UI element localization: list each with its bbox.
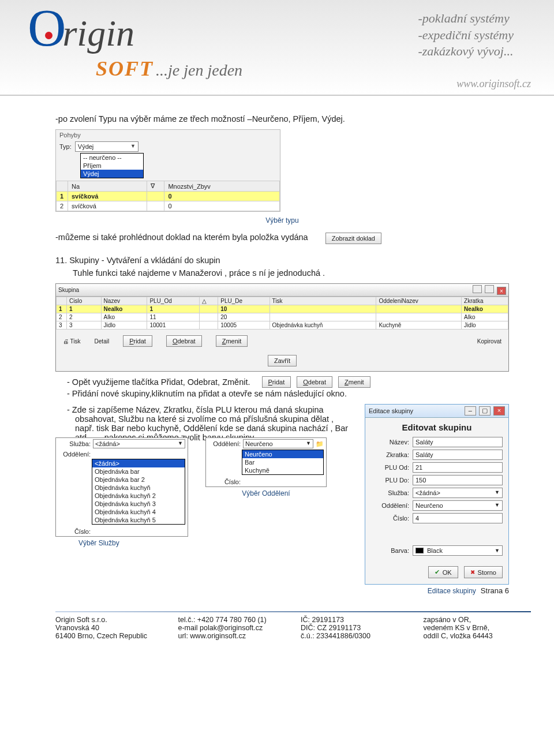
barva-select[interactable]: Black ▼ <box>413 545 503 556</box>
close-icon[interactable]: × <box>497 287 506 295</box>
taglines: -pokladní systémy -expediční systémy -za… <box>418 10 514 60</box>
oddeleni-select[interactable]: Neurčeno▼ <box>413 500 503 511</box>
typ-dropdown-list[interactable]: -- neurčeno -- Příjem Výdej <box>80 153 144 178</box>
cell-qty: 0 <box>164 201 280 211</box>
oddeleni-combobox[interactable]: Neurčeno▼ <box>243 439 313 448</box>
storno-button[interactable]: Storno <box>464 566 503 578</box>
zmenit-button[interactable]: Zmenit <box>216 335 248 347</box>
logo: O rigin <box>28 7 134 55</box>
pluod-field[interactable]: 21 <box>413 462 503 473</box>
color-swatch-icon <box>415 548 424 553</box>
typ-opt-1[interactable]: Příjem <box>81 162 143 170</box>
typ-combobox[interactable]: Výdej ▼ <box>75 141 138 152</box>
list-item[interactable]: Objednávka bar 2 <box>92 476 185 484</box>
ok-button[interactable]: OK <box>428 566 458 578</box>
sluzba-option-list[interactable]: <žádná> Objednávka bar Objednávka bar 2 … <box>92 459 185 525</box>
pridat-button[interactable]: Pridat <box>123 335 152 347</box>
detail-button[interactable]: Detail <box>95 338 110 345</box>
odebrat-button[interactable]: Odebrat <box>166 335 202 347</box>
typ-opt-0[interactable]: -- neurčeno -- <box>81 154 143 162</box>
typ-value: Výdej <box>78 143 94 150</box>
cislo-field[interactable]: 4 <box>413 513 503 523</box>
typ-label: Typ: <box>59 143 72 150</box>
list-item[interactable]: Objednávka bar <box>92 467 185 476</box>
sluzba-select[interactable]: <žádná>▼ <box>413 488 503 498</box>
table-row[interactable]: 2 svíčková 0 <box>57 201 280 211</box>
nazev-label: Název: <box>371 439 409 446</box>
typ-opt-2[interactable]: Výdej <box>81 170 143 178</box>
pohyby-table: Na ∇ Mnozstvi_Zbyv 1 svíčková 0 2 svíčko… <box>56 181 280 211</box>
chevron-down-icon: ▼ <box>495 502 500 509</box>
tisk-button[interactable]: Tisk <box>70 338 81 345</box>
bullet-2: Přidání nové skupiny,kliknutím na přidat… <box>75 389 509 398</box>
oddeleni-option-list[interactable]: Neurčeno Bar Kuchyně <box>242 450 324 475</box>
logo-sub: SOFT ...je jen jeden <box>96 57 242 81</box>
skupina-table: Cislo Nazev PLU_Od △ PLU_De Tisk Oddelen… <box>56 297 508 330</box>
col-nazev: Nazev <box>101 297 147 305</box>
dialog-title: Editace skupiny <box>369 407 413 414</box>
zkratka-field[interactable]: Saláty <box>413 450 503 460</box>
footer-or2: vedeném KS v Brně, <box>424 624 531 632</box>
kopirovat-button[interactable]: Kopirovat <box>477 338 501 345</box>
maximize-icon[interactable]: ▢ <box>479 406 491 416</box>
list-item[interactable]: Bar <box>242 458 323 466</box>
pridat-button-inline[interactable]: Pridat <box>262 376 291 388</box>
col-odd: OddeleniNazev <box>376 297 462 305</box>
odebrat-button-inline[interactable]: Odebrat <box>297 376 332 388</box>
col-mnozstvi: Mnozstvi_Zbyv <box>164 181 280 192</box>
footer-dic: DIČ: CZ 29191173 <box>301 624 409 632</box>
para-manazer: Tuhle funkci také najdeme v Manažerovi ,… <box>73 268 509 278</box>
footer: Origin Soft s.r.o. Vranovská 40 61400 Br… <box>0 613 554 648</box>
pluod-label: PLU Od: <box>371 464 409 471</box>
footer-or1: zapsáno v OR, <box>424 616 531 624</box>
list-item[interactable]: Objednávka kuchyň <box>92 484 185 492</box>
minimize-icon[interactable]: – <box>465 406 476 416</box>
folder-icon[interactable]: 📁 <box>316 440 324 448</box>
footer-street: Vranovská 40 <box>55 624 163 632</box>
col-plude: PLU_De <box>218 297 269 305</box>
odd-label: Oddělení: <box>58 451 91 458</box>
nazev-field[interactable]: Saláty <box>413 437 503 447</box>
table-row[interactable]: 2 2 Alko 11 20 Alko <box>57 313 508 321</box>
content: -po zvolení Typu na výběr máme ze třech … <box>0 96 554 601</box>
col-pluod: PLU_Od <box>147 297 199 305</box>
close-icon[interactable]: × <box>493 406 505 416</box>
cislo-label: Číslo: <box>58 528 91 535</box>
sluzba-label: Služba: <box>371 489 409 496</box>
sluzba-dropdown-panel: Služba: <žádná>▼ Oddělení: <žádná> Objed… <box>55 437 188 537</box>
list-item[interactable]: Objednávka kuchyň 5 <box>92 516 185 524</box>
chevron-down-icon: ▼ <box>495 489 500 496</box>
barva-label: Barva: <box>371 547 409 554</box>
list-item[interactable]: Kuchyně <box>242 466 323 474</box>
footer-ic: IČ: 29191173 <box>301 616 409 624</box>
dialog-heading: Editovat skupinu <box>371 422 503 432</box>
list-item[interactable]: Objednávka kuchyň 4 <box>92 508 185 516</box>
sluzba-combobox[interactable]: <žádná>▼ <box>93 439 185 448</box>
heading-skupiny: 11. Skupiny - Vytváření a vkládání do sk… <box>55 256 509 265</box>
col-zkr: Zkratka <box>462 297 508 305</box>
maximize-icon[interactable] <box>485 285 494 293</box>
list-item[interactable]: Objednávka kuchyň 3 <box>92 500 185 508</box>
minimize-icon[interactable] <box>473 285 482 293</box>
cell-name: svíčková <box>68 201 147 211</box>
zmenit-button-inline[interactable]: Zmenit <box>338 376 370 388</box>
zavrit-button[interactable]: Zavřít <box>268 355 297 366</box>
list-item[interactable]: <žádná> <box>92 459 185 467</box>
cislo-label: Číslo: <box>371 515 409 522</box>
para-doklad: -můžeme si také prohlédnout doklad na kt… <box>55 233 308 242</box>
footer-email: e-mail polak@originsoft.cz <box>178 624 286 632</box>
table-row[interactable]: 1 svíčková 0 <box>57 192 280 201</box>
logo-soft: SOFT <box>96 57 154 80</box>
tagline-3: -zakázkový vývoj... <box>418 43 514 60</box>
list-item[interactable]: Objednávka kuchyň 2 <box>92 492 185 500</box>
col-cislo: Cislo <box>67 297 102 305</box>
plude-field[interactable]: 150 <box>413 475 503 485</box>
table-row[interactable]: 3 3 Jidlo 10001 10005 Objednávka kuchyň … <box>57 321 508 330</box>
para-typ: -po zvolení Typu na výběr máme ze třech … <box>55 114 509 123</box>
list-item[interactable]: Neurčeno <box>242 450 323 458</box>
pohyby-panel: Pohyby Typ: Výdej ▼ -- neurčeno -- Příje… <box>55 129 280 212</box>
footer-tel: tel.č.: +420 774 780 760 (1) <box>178 616 286 624</box>
cell-qty: 0 <box>164 192 280 201</box>
zobrazit-doklad-button[interactable]: Zobrazit doklad <box>325 233 381 244</box>
table-row[interactable]: 1 1 Nealko 1 10 Nealko <box>57 305 508 313</box>
